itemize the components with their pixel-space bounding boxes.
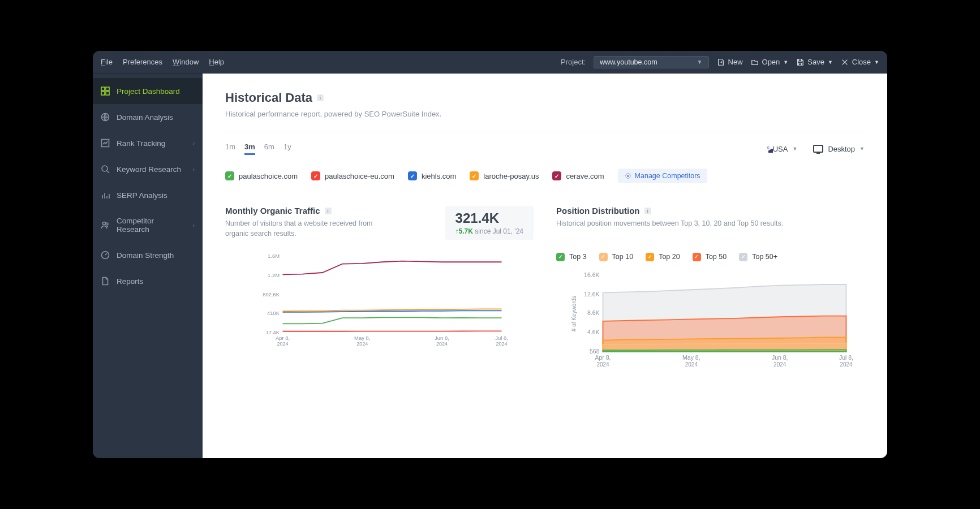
svg-text:2024: 2024 — [596, 361, 609, 368]
svg-text:2024: 2024 — [685, 361, 698, 368]
sidebar-item-domain-strength[interactable]: Domain Strength — [93, 242, 203, 268]
sidebar-item-label: Keyword Research — [117, 165, 181, 174]
competitor-chip[interactable]: ✓laroche-posay.us — [470, 171, 539, 180]
time-tab-1m[interactable]: 1m — [225, 143, 235, 155]
sidebar-item-label: SERP Analysis — [117, 191, 167, 200]
caret-down-icon: ▼ — [792, 146, 797, 152]
svg-text:May 8,: May 8, — [682, 354, 700, 361]
time-tab-6m[interactable]: 6m — [264, 143, 274, 155]
sidebar-item-keyword-research[interactable]: Keyword Research › — [93, 156, 203, 182]
legend-label: Top 20 — [659, 253, 680, 261]
competitor-chip[interactable]: ✓cerave.com — [552, 171, 604, 180]
competitor-chip[interactable]: ✓kiehls.com — [408, 171, 456, 180]
info-icon[interactable]: i — [644, 208, 651, 214]
caret-down-icon: ▼ — [697, 59, 703, 65]
folder-open-icon — [751, 58, 759, 66]
svg-text:# of Keywords: # of Keywords — [571, 295, 577, 331]
project-label: Project: — [561, 58, 586, 66]
sidebar-item-serp-analysis[interactable]: SERP Analysis — [93, 182, 203, 208]
legend-item[interactable]: ✓Top 50+ — [739, 253, 777, 261]
sidebar-item-competitor-research[interactable]: Competitor Research › — [93, 208, 203, 242]
sidebar-item-domain-analysis[interactable]: Domain Analysis — [93, 104, 203, 130]
competitor-label: laroche-posay.us — [483, 172, 539, 180]
save-button[interactable]: Save ▼ — [796, 58, 833, 66]
svg-rect-1 — [106, 87, 109, 90]
svg-point-8 — [106, 223, 108, 225]
info-icon[interactable]: i — [325, 208, 332, 214]
svg-text:4.6K: 4.6K — [587, 329, 600, 335]
menubar: File Preferences Window Help Project: ww… — [93, 51, 887, 74]
svg-rect-3 — [106, 92, 109, 95]
gear-icon — [625, 172, 631, 179]
legend-item[interactable]: ✓Top 20 — [646, 253, 680, 261]
device-select[interactable]: Desktop ▼ — [813, 145, 865, 153]
sidebar-item-rank-tracking[interactable]: Rank Tracking › — [93, 130, 203, 156]
checkbox-icon: ✓ — [552, 171, 561, 180]
country-select[interactable]: G USA ▼ — [768, 145, 798, 153]
svg-text:Jul 8,: Jul 8, — [839, 354, 853, 361]
info-icon[interactable]: i — [317, 94, 324, 101]
legend-item[interactable]: ✓Top 3 — [556, 253, 587, 261]
menu-file[interactable]: File — [101, 58, 113, 66]
svg-point-7 — [103, 222, 106, 225]
project-select[interactable]: www.youtube.com ▼ — [594, 56, 708, 68]
menu-help[interactable]: Help — [209, 58, 224, 66]
manage-competitors-button[interactable]: Manage Competitors — [618, 169, 707, 183]
right-controls: G USA ▼ Desktop ▼ — [768, 145, 865, 153]
traffic-chart-subtitle: Number of visitors that a website receiv… — [225, 219, 395, 239]
time-tabs: 1m3m6m1y — [225, 143, 291, 155]
checkbox-icon: ✓ — [470, 171, 479, 180]
time-tab-3m[interactable]: 3m — [244, 143, 255, 155]
traffic-chart: 1.6M1.2M802.6K410K17.4KApr 8,2024May 8,2… — [225, 251, 534, 355]
monitor-icon — [813, 145, 823, 153]
checkbox-icon: ✓ — [599, 253, 608, 261]
position-chart-title: Position Distribution i — [556, 206, 865, 215]
legend-item[interactable]: ✓Top 10 — [599, 253, 634, 261]
position-chart: # of Keywords16.6K12.6K8.6K4.6K568Apr 8,… — [556, 273, 865, 377]
traffic-metric-value: 321.4K — [455, 210, 523, 226]
svg-text:12.6K: 12.6K — [584, 290, 599, 297]
sidebar-item-project-dashboard[interactable]: Project Dashboard — [93, 78, 203, 104]
caret-down-icon: ▼ — [874, 59, 879, 65]
traffic-chart-title: Monthly Organic Traffic i — [225, 206, 395, 215]
sidebar: Project Dashboard Domain Analysis Rank T… — [93, 74, 203, 458]
people-icon — [101, 221, 110, 230]
menu-window[interactable]: Window — [173, 58, 199, 66]
sidebar-item-label: Project Dashboard — [117, 87, 180, 96]
new-button[interactable]: New — [717, 58, 743, 66]
sidebar-item-reports[interactable]: Reports — [93, 268, 203, 294]
app-window: File Preferences Window Help Project: ww… — [93, 51, 887, 458]
svg-text:410K: 410K — [267, 310, 280, 316]
competitor-chip[interactable]: ✓paulaschoice-eu.com — [311, 171, 394, 180]
checkbox-icon: ✓ — [739, 253, 747, 261]
sidebar-item-label: Rank Tracking — [117, 139, 165, 148]
checkbox-icon: ✓ — [556, 253, 565, 261]
doc-icon — [101, 277, 110, 286]
competitor-label: paulaschoice-eu.com — [325, 172, 394, 180]
sidebar-item-label: Domain Strength — [117, 251, 174, 260]
charts-row: Monthly Organic Traffic i Number of visi… — [225, 206, 865, 377]
checkbox-icon: ✓ — [408, 171, 417, 180]
close-button[interactable]: Close ▼ — [841, 58, 879, 66]
time-tab-1y[interactable]: 1y — [283, 143, 291, 155]
position-chart-subtitle: Historical position movements between To… — [556, 219, 865, 229]
gauge-icon — [101, 251, 110, 260]
svg-point-6 — [102, 166, 108, 171]
open-button[interactable]: Open ▼ — [751, 58, 789, 66]
file-plus-icon — [717, 58, 725, 66]
svg-text:2024: 2024 — [277, 341, 288, 347]
main-content: Historical Data i Historical performance… — [203, 74, 887, 458]
sidebar-item-label: Domain Analysis — [117, 113, 173, 122]
competitor-label: cerave.com — [566, 172, 604, 180]
chart-line-icon — [101, 139, 110, 148]
menubar-right: Project: www.youtube.com ▼ New Open ▼ Sa… — [561, 56, 879, 68]
competitor-chip[interactable]: ✓paulaschoice.com — [225, 171, 298, 180]
menu-preferences[interactable]: Preferences — [123, 58, 162, 66]
svg-text:16.6K: 16.6K — [584, 273, 599, 278]
legend-item[interactable]: ✓Top 50 — [693, 253, 727, 261]
svg-text:2024: 2024 — [773, 361, 786, 368]
competitor-label: paulaschoice.com — [239, 172, 298, 180]
svg-text:2024: 2024 — [356, 341, 368, 347]
close-icon — [841, 58, 849, 66]
sidebar-item-label: Reports — [117, 277, 143, 286]
